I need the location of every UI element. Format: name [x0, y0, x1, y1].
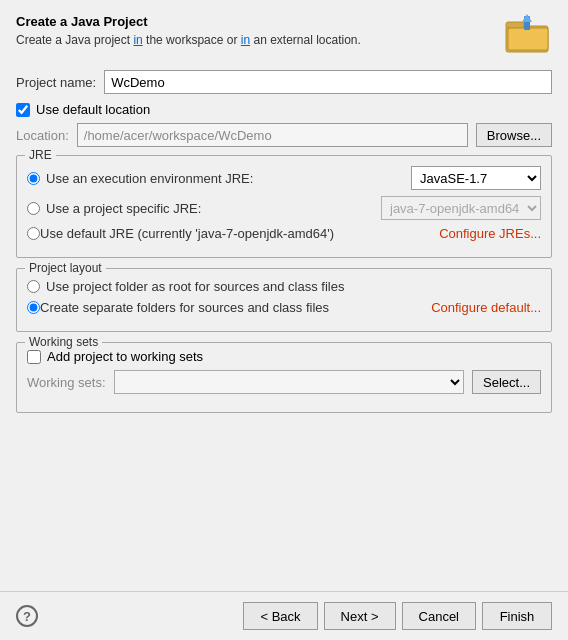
header-text: Create a Java Project Create a Java proj…: [16, 14, 361, 47]
layout-separate-radio[interactable]: [27, 301, 40, 314]
create-java-project-dialog: Create a Java Project Create a Java proj…: [0, 0, 568, 640]
next-button[interactable]: Next >: [324, 602, 396, 630]
location-row: Location: Browse...: [16, 123, 552, 147]
browse-button[interactable]: Browse...: [476, 123, 552, 147]
dialog-content: Project name: Use default location Locat…: [0, 62, 568, 591]
add-working-sets-checkbox[interactable]: [27, 350, 41, 364]
jre-group: JRE Use an execution environment JRE: Ja…: [16, 155, 552, 258]
jre-env-dropdown[interactable]: JavaSE-1.7: [411, 166, 541, 190]
jre-env-dropdown-wrapper: JavaSE-1.7: [411, 166, 541, 190]
dialog-footer: ? < Back Next > Cancel Finish: [0, 591, 568, 640]
project-layout-group: Project layout Use project folder as roo…: [16, 268, 552, 332]
layout-root-radio[interactable]: [27, 280, 40, 293]
project-name-input[interactable]: [104, 70, 552, 94]
jre-specific-dropdown-wrapper: java-7-openjdk-amd64: [381, 196, 541, 220]
layout-root-label[interactable]: Use project folder as root for sources a…: [46, 279, 541, 294]
jre-specific-row: Use a project specific JRE: java-7-openj…: [27, 196, 541, 220]
dialog-header: Create a Java Project Create a Java proj…: [0, 0, 568, 62]
jre-group-label: JRE: [25, 148, 56, 162]
working-sets-group: Working sets Add project to working sets…: [16, 342, 552, 413]
jre-env-radio[interactable]: [27, 172, 40, 185]
jre-env-label[interactable]: Use an execution environment JRE:: [46, 171, 403, 186]
jre-specific-radio[interactable]: [27, 202, 40, 215]
svg-rect-2: [508, 28, 548, 50]
working-sets-label: Working sets: [25, 335, 102, 349]
jre-specific-label[interactable]: Use a project specific JRE:: [46, 201, 373, 216]
cancel-button[interactable]: Cancel: [402, 602, 476, 630]
configure-jres-link[interactable]: Configure JREs...: [439, 226, 541, 241]
project-name-row: Project name:: [16, 70, 552, 94]
jre-env-row: Use an execution environment JRE: JavaSE…: [27, 166, 541, 190]
add-working-sets-row: Add project to working sets: [27, 349, 541, 364]
footer-buttons: < Back Next > Cancel Finish: [243, 602, 552, 630]
dialog-subtitle: Create a Java project in the workspace o…: [16, 33, 361, 47]
location-input[interactable]: [77, 123, 468, 147]
add-working-sets-label[interactable]: Add project to working sets: [47, 349, 203, 364]
layout-separate-row: Create separate folders for sources and …: [27, 300, 541, 315]
project-name-label: Project name:: [16, 75, 96, 90]
select-button[interactable]: Select...: [472, 370, 541, 394]
working-sets-field-label: Working sets:: [27, 375, 106, 390]
project-layout-label: Project layout: [25, 261, 106, 275]
in-link2: in: [241, 33, 250, 47]
use-default-location-checkbox[interactable]: [16, 103, 30, 117]
dialog-title: Create a Java Project: [16, 14, 361, 29]
location-label: Location:: [16, 128, 69, 143]
layout-root-row: Use project folder as root for sources a…: [27, 279, 541, 294]
use-default-location-label[interactable]: Use default location: [36, 102, 150, 117]
finish-button[interactable]: Finish: [482, 602, 552, 630]
jre-default-radio[interactable]: [27, 227, 40, 240]
layout-separate-label[interactable]: Create separate folders for sources and …: [40, 300, 431, 315]
in-link1: in: [133, 33, 142, 47]
working-sets-dropdown[interactable]: [114, 370, 465, 394]
jre-default-row: Use default JRE (currently 'java-7-openj…: [27, 226, 541, 241]
use-default-location-row: Use default location: [16, 102, 552, 117]
configure-default-link[interactable]: Configure default...: [431, 300, 541, 315]
svg-rect-1: [506, 22, 524, 28]
folder-icon: [504, 14, 552, 54]
help-icon[interactable]: ?: [16, 605, 38, 627]
svg-marker-4: [522, 14, 532, 22]
jre-default-label[interactable]: Use default JRE (currently 'java-7-openj…: [40, 226, 439, 241]
jre-specific-dropdown[interactable]: java-7-openjdk-amd64: [381, 196, 541, 220]
working-sets-field-row: Working sets: Select...: [27, 370, 541, 394]
back-button[interactable]: < Back: [243, 602, 317, 630]
